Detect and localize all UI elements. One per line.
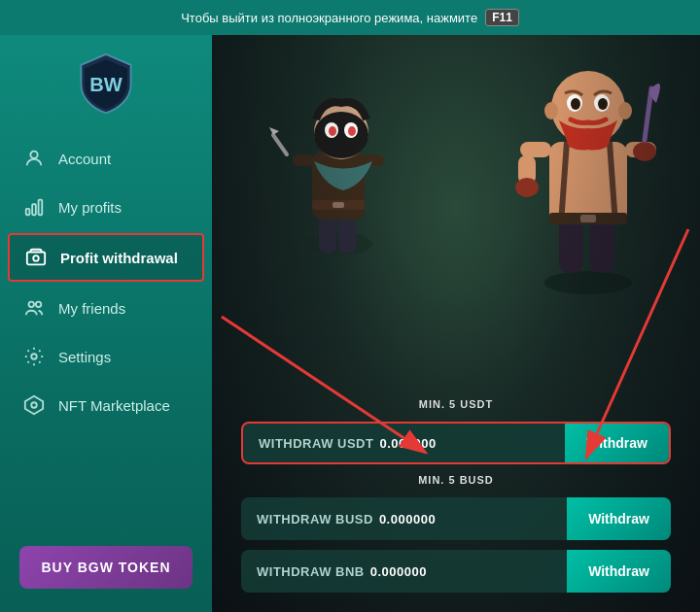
settings-label: Settings	[58, 349, 111, 365]
svg-rect-4	[39, 200, 43, 216]
logo-icon: BW	[75, 52, 137, 115]
svg-rect-2	[26, 209, 30, 215]
svg-point-11	[31, 402, 37, 408]
sidebar-item-nft-marketplace[interactable]: NFT Marketplace	[0, 381, 212, 429]
svg-point-48	[598, 98, 608, 110]
notification-text: Чтобы выйти из полноэкранного режима, на…	[181, 11, 477, 25]
svg-marker-27	[269, 127, 279, 135]
svg-rect-17	[332, 202, 344, 208]
nft-marketplace-label: NFT Marketplace	[58, 397, 170, 414]
nav-items: Account My profits Profit withdrawal My …	[0, 126, 212, 530]
svg-line-26	[273, 135, 287, 154]
bnb-withdraw-row: WITHDRAW BNB 0.000000 Withdraw	[241, 550, 671, 593]
usdt-withdraw-label: WITHDRAW USDT 0.000000	[243, 436, 565, 451]
svg-rect-3	[32, 204, 36, 215]
friends-icon	[23, 297, 45, 319]
user-icon	[23, 148, 45, 169]
busd-min-label: MIN. 5 BUSD	[241, 474, 671, 486]
svg-point-39	[515, 178, 539, 197]
svg-text:BW: BW	[89, 74, 122, 95]
svg-rect-36	[520, 142, 551, 157]
svg-rect-35	[580, 215, 596, 222]
my-friends-label: My friends	[58, 300, 125, 317]
content-area: MIN. 5 USDT WITHDRAW USDT 0.000000 Withd…	[212, 35, 700, 612]
busd-withdraw-button[interactable]: Withdraw	[567, 497, 671, 540]
busd-withdraw-label: WITHDRAW BUSD 0.000000	[241, 512, 567, 527]
svg-point-28	[544, 271, 632, 294]
busd-withdraw-row: WITHDRAW BUSD 0.000000 Withdraw	[241, 497, 671, 540]
svg-marker-10	[25, 396, 43, 414]
svg-point-21	[314, 112, 368, 158]
svg-point-1	[30, 152, 37, 158]
profit-withdrawal-label: Profit withdrawal	[60, 250, 178, 266]
character-left	[265, 50, 421, 283]
svg-point-7	[29, 302, 35, 308]
svg-point-40	[633, 142, 656, 161]
svg-point-24	[329, 126, 336, 136]
logo-area: BW	[0, 35, 212, 126]
svg-point-25	[348, 126, 356, 136]
sidebar-item-account[interactable]: Account	[0, 134, 212, 183]
chart-icon	[23, 196, 45, 218]
bnb-withdraw-button[interactable]: Withdraw	[567, 550, 671, 593]
svg-point-47	[571, 98, 580, 110]
my-profits-label: My profits	[58, 199, 122, 216]
svg-point-9	[31, 354, 37, 359]
svg-line-41	[645, 88, 651, 140]
sidebar-item-settings[interactable]: Settings	[0, 332, 212, 381]
svg-point-8	[36, 302, 42, 308]
usdt-withdraw-row: WITHDRAW USDT 0.000000 Withdraw	[241, 422, 671, 464]
sidebar-item-profit-withdrawal[interactable]: Profit withdrawal	[8, 233, 204, 282]
svg-point-44	[618, 102, 632, 119]
usdt-min-label: MIN. 5 USDT	[241, 398, 671, 410]
buy-bgw-token-button[interactable]: BUY BGW TOKEN	[19, 546, 192, 589]
svg-point-6	[33, 255, 39, 261]
notification-bar: Чтобы выйти из полноэкранного режима, на…	[0, 0, 700, 35]
gear-icon	[23, 346, 45, 367]
bnb-withdraw-label: WITHDRAW BNB 0.000000	[241, 564, 567, 579]
sidebar-item-my-friends[interactable]: My friends	[0, 284, 212, 332]
sidebar-item-my-profits[interactable]: My profits	[0, 183, 212, 231]
svg-rect-5	[27, 253, 45, 265]
withdrawal-panel: MIN. 5 USDT WITHDRAW USDT 0.000000 Withd…	[212, 383, 700, 612]
account-label: Account	[58, 151, 111, 167]
svg-point-43	[544, 102, 558, 119]
usdt-withdraw-button[interactable]: Withdraw	[565, 424, 669, 462]
dollar-icon	[25, 247, 47, 268]
character-right	[501, 35, 676, 297]
nft-icon	[23, 394, 45, 416]
svg-rect-18	[293, 154, 314, 166]
sidebar: BW Account My profits Profit	[0, 35, 212, 612]
f11-badge: F11	[485, 9, 519, 26]
